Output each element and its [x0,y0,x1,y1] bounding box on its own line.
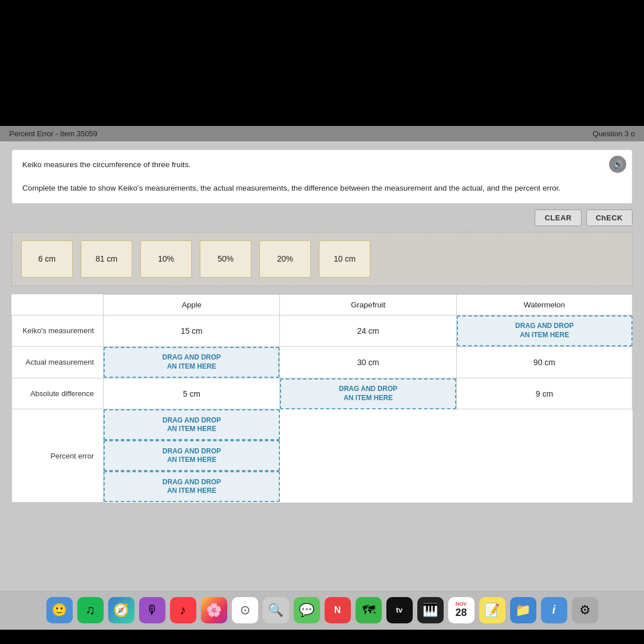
row-label-absolute: Absolute difference [12,378,104,409]
dock-icon-spotify[interactable]: ♫ [77,597,104,623]
dock-icon-info[interactable]: i [541,597,567,623]
table-row: Actual measurement DRAG AND DROPAN ITEM … [12,346,633,378]
tile-10pct[interactable]: 10% [140,240,192,278]
dock-icon-calendar[interactable]: NOV 28 [448,597,475,623]
header-watermelon: Watermelon [456,294,632,315]
row-label-keiko: Keiko's measurement [12,315,104,346]
dock-icon-chrome[interactable]: ⊙ [232,597,258,623]
row-label-percent: Percent error [12,409,104,503]
dropzone-keiko-watermelon[interactable]: DRAG AND DROPAN ITEM HERE [457,315,633,346]
empty-header [12,294,104,315]
dock-icon-finder2[interactable]: 📁 [510,597,536,623]
instruction-line2: Complete the table to show Keiko's measu… [22,183,622,194]
dropzone-absolute-grapefruit[interactable]: DRAG AND DROPAN ITEM HERE [280,378,456,409]
dock-icon-finder[interactable]: 🙂 [46,597,73,623]
tile-20pct[interactable]: 20% [259,240,311,278]
dropzone-percent-grapefruit[interactable]: DRAG AND DROPAN ITEM HERE [104,440,280,471]
dock-icon-settings[interactable]: ⚙ [572,597,598,623]
row-label-actual: Actual measurement [12,346,104,378]
cell-actual-grapefruit: 30 cm [280,346,456,378]
cell-absolute-watermelon: 9 cm [456,378,632,409]
dock-icon-photos[interactable]: 🌸 [201,597,227,623]
tiles-area: 6 cm 81 cm 10% 50% 20% 10 cm [11,232,633,286]
dropzone-percent-apple[interactable]: DRAG AND DROPAN ITEM HERE [104,409,280,440]
data-table: Apple Grapefruit Watermelon Keiko's meas… [11,294,633,503]
button-row: CLEAR ChECK [11,210,633,226]
dock-icon-piano[interactable]: 🎹 [417,597,444,623]
table-row: Percent error DRAG AND DROPAN ITEM HERE … [12,409,633,503]
tile-6cm[interactable]: 6 cm [21,240,73,278]
instruction-line1: Keiko measures the circumference of thre… [22,159,622,171]
table-row: Keiko's measurement 15 cm 24 cm DRAG AND… [12,315,633,346]
dock-icon-appletv[interactable]: tv [386,597,413,623]
dock-icon-safari[interactable]: 🧭 [108,597,135,623]
window-title: Percent Error - Item 35059 [9,129,97,138]
dock-icon-notch[interactable]: N [325,597,351,623]
title-bar: Percent Error - Item 35059 Question 3 o [0,126,644,141]
dock-icon-podcasts[interactable]: 🎙 [139,597,165,623]
dropzone-actual-apple[interactable]: DRAG AND DROPAN ITEM HERE [104,347,279,378]
dropzone-percent-watermelon[interactable]: DRAG AND DROPAN ITEM HERE [104,471,280,502]
dock-icon-messages[interactable]: 💬 [294,597,320,623]
tile-81cm[interactable]: 81 cm [81,240,132,278]
cell-actual-watermelon: 90 cm [456,346,632,378]
header-grapefruit: Grapefruit [280,294,456,315]
audio-button[interactable]: 🔊 [609,156,626,173]
table-wrapper: Apple Grapefruit Watermelon Keiko's meas… [11,294,633,503]
header-apple: Apple [104,294,280,315]
dock-icon-notes[interactable]: 📝 [479,597,505,623]
main-window: Percent Error - Item 35059 Question 3 o … [0,126,644,630]
cell-keiko-grapefruit: 24 cm [280,315,456,346]
tile-50pct[interactable]: 50% [200,240,251,278]
tile-10cm[interactable]: 10 cm [319,240,370,278]
cell-keiko-apple: 15 cm [104,315,280,346]
top-black-area [0,0,644,126]
instruction-box: 🔊 Keiko measures the circumference of th… [11,149,633,204]
check-button[interactable]: ChECK [586,210,633,226]
cell-absolute-apple: 5 cm [104,378,280,409]
dock-icon-music[interactable]: ♪ [170,597,196,623]
clear-button[interactable]: CLEAR [535,210,581,226]
table-row: Absolute difference 5 cm DRAG AND DROPAN… [12,378,633,409]
dock: 🙂 ♫ 🧭 🎙 ♪ 🌸 ⊙ 🔍 💬 N 🗺 tv 🎹 NOV 28 📝 📁 i … [0,590,644,630]
dock-icon-maps[interactable]: 🗺 [355,597,382,623]
dock-icon-search[interactable]: 🔍 [263,597,289,623]
question-label: Question 3 o [592,129,635,138]
